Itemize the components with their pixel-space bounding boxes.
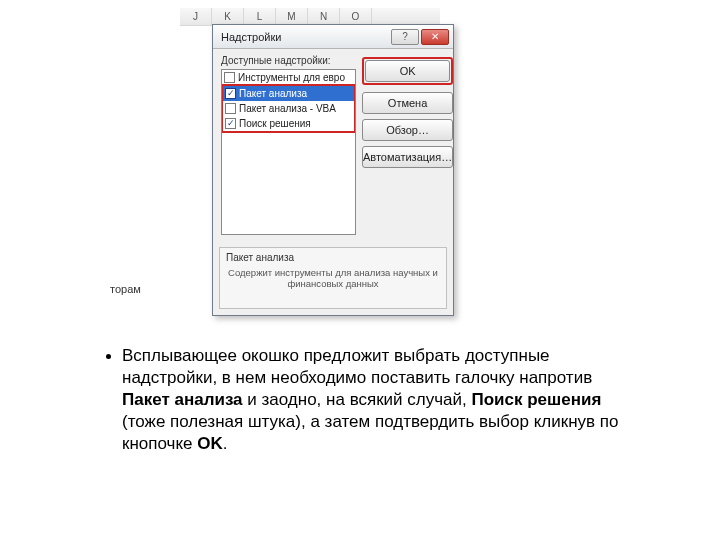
col-header: M xyxy=(276,8,308,25)
list-item-label: Пакет анализа xyxy=(239,88,307,99)
instruction-bullet: Всплывающее окошко предложит выбрать дос… xyxy=(122,345,640,455)
list-item-label: Инструменты для евро xyxy=(238,72,345,83)
help-button[interactable]: ? xyxy=(391,29,419,45)
highlight-red-box: OK xyxy=(362,57,453,85)
close-button[interactable]: ✕ xyxy=(421,29,449,45)
list-item-label: Поиск решения xyxy=(239,118,311,129)
checkbox-icon[interactable]: ✓ xyxy=(225,118,236,129)
automation-button[interactable]: Автоматизация… xyxy=(362,146,453,168)
col-header: J xyxy=(180,8,212,25)
checkbox-icon[interactable] xyxy=(225,103,236,114)
ok-button[interactable]: OK xyxy=(365,60,450,82)
col-header: K xyxy=(212,8,244,25)
cancel-button[interactable]: Отмена xyxy=(362,92,453,114)
instruction-text: Всплывающее окошко предложит выбрать дос… xyxy=(100,345,640,455)
dialog-title: Надстройки xyxy=(221,31,389,43)
addins-listbox[interactable]: Инструменты для евро ✓ Пакет анализа Пак… xyxy=(221,69,356,235)
list-item[interactable]: Пакет анализа - VBA xyxy=(223,101,354,116)
col-header: O xyxy=(340,8,372,25)
highlight-red-box: ✓ Пакет анализа Пакет анализа - VBA ✓ По… xyxy=(221,84,356,133)
list-item[interactable]: ✓ Поиск решения xyxy=(223,116,354,131)
list-item[interactable]: Инструменты для евро xyxy=(222,70,355,85)
col-header: N xyxy=(308,8,340,25)
browse-button[interactable]: Обзор… xyxy=(362,119,453,141)
description-body: Содержит инструменты для анализа научных… xyxy=(226,267,440,290)
dialog-body: Доступные надстройки: Инструменты для ев… xyxy=(213,49,453,243)
dialog-titlebar[interactable]: Надстройки ? ✕ xyxy=(213,25,453,49)
description-title: Пакет анализа xyxy=(226,252,440,263)
available-addins-label: Доступные надстройки: xyxy=(221,55,356,66)
checkbox-icon[interactable] xyxy=(224,72,235,83)
checkbox-icon[interactable]: ✓ xyxy=(225,88,236,99)
col-header: L xyxy=(244,8,276,25)
addin-description-panel: Пакет анализа Содержит инструменты для а… xyxy=(219,247,447,309)
list-item-label: Пакет анализа - VBA xyxy=(239,103,336,114)
list-item[interactable]: ✓ Пакет анализа xyxy=(223,86,354,101)
addins-dialog: Надстройки ? ✕ Доступные надстройки: Инс… xyxy=(212,24,454,316)
partial-text: торам xyxy=(110,283,141,295)
